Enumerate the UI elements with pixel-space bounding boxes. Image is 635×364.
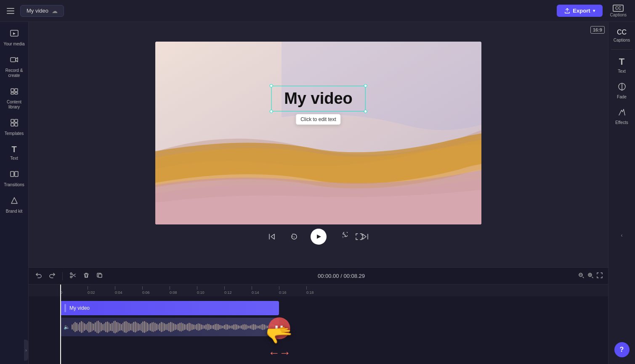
waveform-bar [221,325,222,329]
toolbar-divider [62,272,63,280]
right-item-text[interactable]: T Text [610,53,634,77]
waveform-bar [178,324,179,330]
time-total: 00:08.29 [343,273,365,279]
waveform-bar [212,325,213,329]
waveform-bar [184,324,185,330]
svg-text:5: 5 [342,236,343,238]
ruler-mark-02: 0:02 [88,286,115,295]
waveform-bar [261,324,262,330]
waveform-bar [165,324,167,330]
fade-icon [617,82,627,93]
cut-button[interactable] [68,270,78,282]
click-to-edit-tooltip[interactable]: Click to edit text [296,114,341,125]
waveform-bar [228,325,230,329]
ruler-mark-0: 0 [60,286,88,295]
video-track-clip[interactable]: My video [60,301,279,315]
text-overlay-container: My video Click to edit text [271,86,366,125]
fullscreen-button[interactable] [353,231,364,242]
play-button[interactable] [311,229,327,245]
text-icon: T [11,145,16,154]
waveform-bar [119,323,120,331]
handle-bottom-left[interactable] [269,110,273,113]
handle-top-left[interactable] [269,84,273,87]
waveform-bar [92,323,93,331]
waveform-bar [242,324,244,330]
waveform-bar [245,324,247,330]
sidebar-collapse-btn[interactable]: › [24,340,28,361]
undo-button[interactable] [34,270,44,282]
sidebar-label-transitions: Transitions [4,182,24,187]
timeline-fullscreen-button[interactable] [596,272,603,280]
waveform-bar [205,324,207,330]
rewind-button[interactable]: 5 [288,230,300,243]
waveform-bar [181,322,182,332]
waveform-bar [273,324,274,330]
project-tab[interactable]: My video ☁ [20,5,64,17]
track-area: My video 🔈 [29,296,608,338]
captions-button[interactable]: CC Captions [607,3,630,19]
waveform-bar [208,324,210,330]
waveform-bar [159,323,160,331]
waveform-bar [164,323,165,331]
video-track-row: My video [60,300,608,317]
forward-button[interactable]: 5 [337,230,349,243]
sidebar-item-your-media[interactable]: Your media [2,25,27,50]
video-title-text[interactable]: My video [284,90,353,107]
waveform-bar [87,323,88,331]
export-button[interactable]: Export ▾ [557,5,602,17]
main-area: Your media Record & create Content libra… [0,22,635,364]
waveform-bar [78,324,79,330]
sidebar-item-transitions[interactable]: Transitions [2,166,27,191]
waveform-bar [121,324,122,330]
sidebar-label-brand: Brand kit [6,209,22,214]
library-icon [10,87,19,98]
sidebar-item-content-library[interactable]: Content library [2,83,27,113]
zoom-out-button[interactable] [578,272,585,280]
sidebar-item-text[interactable]: T Text [2,141,27,164]
sidebar-item-record-create[interactable]: Record & create [2,52,27,82]
handle-bottom-right[interactable] [364,110,367,113]
menu-icon[interactable] [5,6,16,16]
waveform-bar [168,323,170,331]
export-label: Export [573,8,590,14]
waveform-bar [199,324,200,330]
skip-to-start-button[interactable] [266,231,278,243]
ruler-mark-08: 0:08 [170,286,197,295]
audio-track-clip[interactable]: 🔈 [60,318,279,336]
waveform-bar [267,326,268,328]
duplicate-button[interactable] [95,270,105,282]
sidebar-item-brand-kit[interactable]: Brand kit [2,193,27,217]
timeline-time: 00:00.00 / 00:08.29 [108,273,574,279]
ruler-mark-04: 0:04 [115,286,142,295]
sidebar-item-templates[interactable]: Templates [2,115,27,140]
waveform-bar [74,322,76,332]
text-box-selected[interactable]: My video [271,86,366,111]
delete-button[interactable] [81,270,91,282]
svg-rect-2 [11,89,14,92]
sidebar-label-record: Record & create [3,68,25,78]
right-item-fade[interactable]: Fade [610,79,634,103]
ruler-mark-06: 0:06 [142,286,170,295]
left-sidebar: Your media Record & create Content libra… [0,22,29,364]
track-drag-handle[interactable] [64,304,66,312]
handle-top-right[interactable] [364,84,367,87]
right-collapse-button[interactable]: ‹ [618,229,626,242]
audio-icon: 🔈 [64,324,70,330]
waveform-bar [227,324,228,330]
help-button[interactable]: ? [614,342,630,357]
video-canvas[interactable]: My video Click to edit text [155,42,481,224]
cc-icon: CC [613,5,624,12]
drag-arrows-icon: ←→ [268,346,290,360]
waveform-bar [187,324,188,330]
zoom-in-button[interactable] [587,272,594,280]
waveform-bar [132,323,133,331]
redo-button[interactable] [47,270,57,282]
ruler-playhead [60,285,61,296]
right-item-effects[interactable]: Effects [610,104,634,128]
waveform-bar [158,324,159,330]
ruler-marks: 0 0:02 0:04 0:06 [60,286,334,295]
waveform-bar [230,326,231,328]
right-item-captions[interactable]: CC Captions [610,25,634,46]
aspect-ratio-badge[interactable]: 16:9 [590,26,605,34]
waveform-bar [248,326,250,328]
